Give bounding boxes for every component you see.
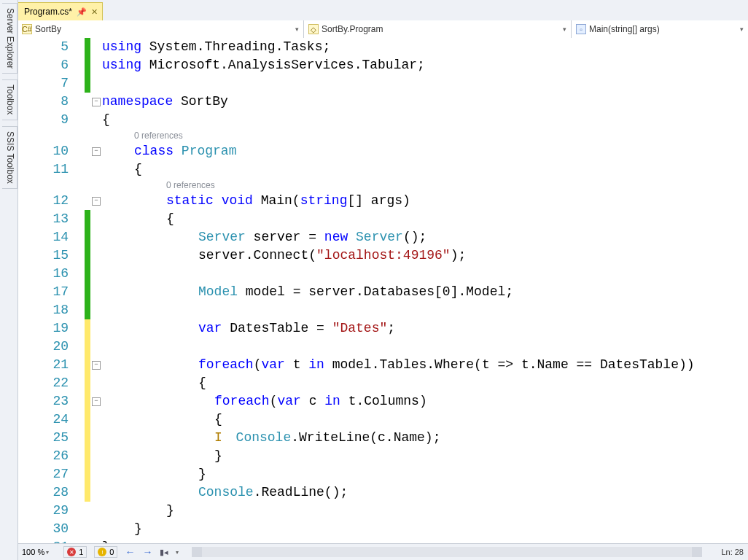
- code-line[interactable]: 10−class Program: [17, 142, 748, 160]
- code-text[interactable]: using System.Threading.Tasks;: [102, 38, 330, 56]
- rail-ssis-toolbox[interactable]: SSIS Toolbox: [2, 126, 17, 189]
- fold-toggle-icon[interactable]: −: [92, 147, 101, 156]
- code-line[interactable]: 20: [17, 338, 748, 356]
- code-text[interactable]: }: [102, 447, 222, 465]
- fold-toggle-icon[interactable]: −: [92, 397, 101, 406]
- rail-server-explorer[interactable]: Server Explorer: [2, 3, 17, 74]
- code-text[interactable]: Console.ReadLine();: [102, 483, 348, 502]
- code-line[interactable]: 14Server server = new Server();: [17, 228, 748, 246]
- change-tracker: [85, 502, 90, 520]
- code-text[interactable]: foreach(var c in t.Columns): [102, 392, 427, 411]
- fold-toggle-icon[interactable]: −: [92, 361, 101, 370]
- code-text[interactable]: static void Main(string[] args): [102, 192, 410, 210]
- code-text[interactable]: using Microsoft.AnalysisServices.Tabular…: [102, 56, 425, 74]
- codelens[interactable]: .0 references: [17, 129, 748, 142]
- code-line[interactable]: 25I Console.WriteLine(c.Name);: [17, 429, 748, 447]
- outline-slot: −: [90, 361, 102, 370]
- warning-count-chip[interactable]: ! 0: [94, 546, 117, 558]
- code-text[interactable]: Server server = new Server();: [102, 228, 426, 246]
- change-tracker: [85, 228, 90, 246]
- h-scrollbar[interactable]: [192, 547, 702, 557]
- code-line[interactable]: 30}: [17, 520, 748, 538]
- zoom-value: 100 %: [22, 548, 44, 556]
- nav-forward-button[interactable]: →: [142, 546, 152, 558]
- code-text[interactable]: class Program: [102, 142, 236, 160]
- rail-toolbox[interactable]: Toolbox: [2, 79, 17, 120]
- code-line[interactable]: 22{: [17, 374, 748, 392]
- code-line[interactable]: 15server.Connect("localhost:49196");: [17, 246, 748, 265]
- code-line[interactable]: 17Model model = server.Databases[0].Mode…: [17, 283, 748, 301]
- error-count-chip[interactable]: ✕ 1: [63, 546, 87, 558]
- code-text[interactable]: {: [102, 160, 142, 179]
- line-number: 10: [17, 142, 82, 160]
- code-line[interactable]: 7: [17, 74, 748, 93]
- outline-slot: −: [90, 98, 102, 106]
- nav-project-combo[interactable]: C# SortBy ▾: [17, 20, 304, 38]
- code-text[interactable]: server.Connect("localhost:49196");: [102, 246, 466, 265]
- document-tab-program[interactable]: Program.cs* 📌 ✕: [17, 2, 103, 20]
- caret-location: Ln: 28: [715, 548, 744, 556]
- chevron-down-icon: ▾: [740, 26, 744, 33]
- toggle-suggestion-mode-icon[interactable]: ▮◂: [160, 548, 168, 557]
- code-line[interactable]: 13{: [17, 210, 748, 228]
- line-number: 28: [17, 483, 82, 502]
- line-number: 23: [17, 392, 82, 411]
- code-text[interactable]: }: [102, 502, 174, 520]
- change-tracker: [85, 465, 90, 483]
- code-editor[interactable]: 5using System.Threading.Tasks;6using Mic…: [17, 38, 748, 544]
- code-text[interactable]: {: [102, 210, 174, 228]
- code-text[interactable]: {: [102, 374, 206, 392]
- close-icon[interactable]: ✕: [91, 7, 98, 17]
- code-line[interactable]: 5using System.Threading.Tasks;: [17, 38, 748, 56]
- change-tracker: [85, 447, 90, 465]
- document-tab-strip: Program.cs* 📌 ✕: [17, 0, 748, 21]
- change-tracker: [85, 74, 90, 93]
- code-line[interactable]: 23−foreach(var c in t.Columns): [17, 392, 748, 411]
- code-line[interactable]: 9{: [17, 111, 748, 129]
- code-line[interactable]: 8−namespace SortBy: [17, 93, 748, 111]
- line-number: 11: [17, 160, 82, 179]
- code-line[interactable]: 28Console.ReadLine();: [17, 483, 748, 502]
- line-number: 20: [17, 338, 82, 356]
- zoom-combo[interactable]: 100 % ▾: [22, 548, 56, 556]
- line-number: 29: [17, 502, 82, 520]
- code-text[interactable]: {: [102, 411, 222, 429]
- pin-icon[interactable]: 📌: [77, 7, 87, 17]
- change-tracker: [85, 192, 90, 210]
- code-text[interactable]: }: [102, 520, 142, 538]
- line-number: 17: [17, 283, 82, 301]
- code-line[interactable]: 19var DatesTable = "Dates";: [17, 319, 748, 338]
- code-text[interactable]: {: [102, 111, 110, 129]
- line-number: 24: [17, 411, 82, 429]
- code-text[interactable]: var DatesTable = "Dates";: [102, 319, 395, 338]
- code-line[interactable]: 6using Microsoft.AnalysisServices.Tabula…: [17, 56, 748, 74]
- code-line[interactable]: 16: [17, 265, 748, 283]
- line-number: 30: [17, 520, 82, 538]
- change-tracker: [85, 246, 90, 265]
- code-line[interactable]: 12−static void Main(string[] args): [17, 192, 748, 210]
- code-line[interactable]: 18: [17, 301, 748, 319]
- code-line[interactable]: 26}: [17, 447, 748, 465]
- change-tracker: [85, 265, 90, 283]
- codelens[interactable]: .0 references: [17, 179, 748, 192]
- code-text[interactable]: }: [102, 465, 206, 483]
- code-text[interactable]: namespace SortBy: [102, 93, 228, 111]
- change-tracker: [85, 93, 90, 111]
- fold-toggle-icon[interactable]: −: [92, 197, 101, 206]
- code-line[interactable]: 11{: [17, 160, 748, 179]
- fold-toggle-icon[interactable]: −: [92, 98, 101, 106]
- code-text[interactable]: Model model = server.Databases[0].Model;: [102, 283, 513, 301]
- code-line[interactable]: 21−foreach(var t in model.Tables.Where(t…: [17, 356, 748, 374]
- change-tracker: [85, 429, 90, 447]
- outline-slot: −: [90, 397, 102, 406]
- code-line[interactable]: 24{: [17, 411, 748, 429]
- code-text[interactable]: foreach(var t in model.Tables.Where(t =>…: [102, 356, 695, 374]
- nav-member-combo[interactable]: ▫ Main(string[] args) ▾: [572, 20, 748, 38]
- nav-type-combo[interactable]: ◇ SortBy.Program ▾: [304, 20, 572, 38]
- code-line[interactable]: 27}: [17, 465, 748, 483]
- line-number: 6: [17, 56, 82, 74]
- code-line[interactable]: 29}: [17, 502, 748, 520]
- nav-back-button[interactable]: ←: [125, 546, 135, 558]
- chevron-down-icon: ▾: [176, 549, 179, 556]
- code-text[interactable]: I Console.WriteLine(c.Name);: [102, 429, 440, 447]
